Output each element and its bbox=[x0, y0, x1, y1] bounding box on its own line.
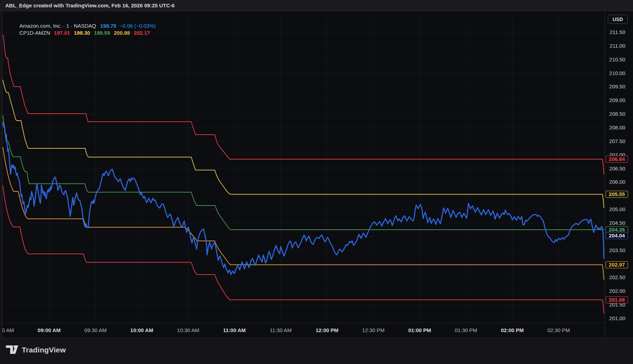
indicator-value: 199.59 bbox=[94, 30, 110, 36]
tradingview-logo-text[interactable]: TradingView bbox=[22, 346, 66, 354]
price-axis[interactable]: USD 201.00201.50202.00202.50203.00203.50… bbox=[605, 11, 633, 338]
price-tick-label: 209.50 bbox=[606, 83, 625, 90]
time-tick-label: 12:30 PM bbox=[358, 323, 389, 338]
price-tick-label: 208.50 bbox=[606, 110, 625, 117]
currency-toggle-button[interactable]: USD bbox=[608, 15, 628, 24]
time-tick-label: 08:30 AM bbox=[2, 323, 19, 338]
price-tick-label: 210.50 bbox=[606, 56, 625, 63]
price-tick-label: 210.00 bbox=[606, 70, 625, 77]
window-title-bar: ABL_Edge created with TradingView.com, F… bbox=[0, 0, 633, 11]
price-tick-label: 211.00 bbox=[606, 42, 625, 49]
price-tick-label: 206.00 bbox=[606, 178, 625, 186]
indicator-value: 200.88 bbox=[114, 30, 130, 36]
time-tick-label: 12:00 PM bbox=[311, 323, 343, 338]
indicator-value: 198.30 bbox=[74, 30, 90, 36]
time-tick-label: 02:00 PM bbox=[497, 323, 528, 338]
price-tick-label: 207.50 bbox=[606, 138, 625, 145]
price-tick-label: 201.00 bbox=[606, 315, 625, 322]
price-level-label: 201.68 bbox=[606, 296, 628, 303]
pivot-r1-gold bbox=[3, 80, 604, 208]
pivot-cp-green bbox=[3, 116, 604, 230]
price-line-amzn bbox=[3, 122, 604, 275]
indicator-values: 197.01198.30199.59200.88202.17 bbox=[50, 30, 150, 36]
time-tick-label: 01:00 PM bbox=[404, 323, 435, 338]
time-tick-label: 10:30 AM bbox=[172, 323, 204, 338]
tradingview-logo-icon[interactable] bbox=[6, 345, 19, 355]
indicator-name: CP1D-AMZN bbox=[19, 30, 50, 36]
chart-plot-area[interactable] bbox=[2, 11, 605, 323]
last-price: 198.75 bbox=[100, 23, 116, 29]
legend-symbol-row[interactable]: Amazon.com, Inc. · 1 · NASDAQ198.75−0.06… bbox=[8, 15, 156, 22]
pivot-s1-amber bbox=[3, 147, 604, 279]
price-tick-label: 202.50 bbox=[606, 274, 625, 281]
chart-legend: Amazon.com, Inc. · 1 · NASDAQ198.75−0.06… bbox=[8, 15, 156, 29]
price-tick-label: 208.00 bbox=[606, 124, 625, 131]
price-tick-label: 211.50 bbox=[606, 29, 625, 36]
time-tick-label: 10:00 AM bbox=[126, 323, 158, 338]
price-change: −0.06 (−0.03%) bbox=[120, 23, 156, 29]
time-tick-label: 11:00 AM bbox=[219, 323, 250, 338]
symbol-description: Amazon.com, Inc. · 1 · NASDAQ bbox=[19, 23, 96, 29]
indicator-value: 202.17 bbox=[134, 30, 150, 36]
time-tick-label: 02:30 PM bbox=[543, 323, 574, 338]
pivot-s2-red-lower bbox=[3, 186, 604, 314]
price-tick-label: 209.00 bbox=[606, 97, 625, 104]
price-level-label: 206.84 bbox=[606, 156, 628, 163]
price-tick-label: 205.00 bbox=[606, 206, 625, 213]
price-tick-label: 204.50 bbox=[606, 220, 625, 227]
price-tick-label: 202.00 bbox=[606, 288, 625, 295]
price-level-label: 202.97 bbox=[606, 261, 628, 268]
time-tick-label: 11:30 AM bbox=[265, 323, 296, 338]
page-title: ABL_Edge created with TradingView.com, F… bbox=[5, 0, 175, 11]
footer: TradingView bbox=[6, 345, 66, 355]
price-tick-label: 203.50 bbox=[606, 247, 625, 254]
tradingview-screenshot: ABL_Edge created with TradingView.com, F… bbox=[0, 0, 633, 364]
time-tick-label: 01:30 PM bbox=[450, 323, 482, 338]
price-tick-label: 206.50 bbox=[606, 165, 625, 172]
pivot-r2-red-upper bbox=[3, 35, 604, 174]
chart-pane: Amazon.com, Inc. · 1 · NASDAQ198.75−0.06… bbox=[2, 11, 633, 338]
indicator-value: 197.01 bbox=[54, 30, 70, 36]
time-tick-label: 09:00 AM bbox=[33, 323, 65, 338]
time-axis[interactable]: 08:30 AM09:00 AM09:30 AM10:00 AM10:30 AM… bbox=[2, 323, 605, 338]
time-tick-label: 09:30 AM bbox=[80, 323, 111, 338]
price-level-label: 204.04 bbox=[606, 232, 628, 239]
price-level-label: 205.55 bbox=[606, 191, 628, 198]
